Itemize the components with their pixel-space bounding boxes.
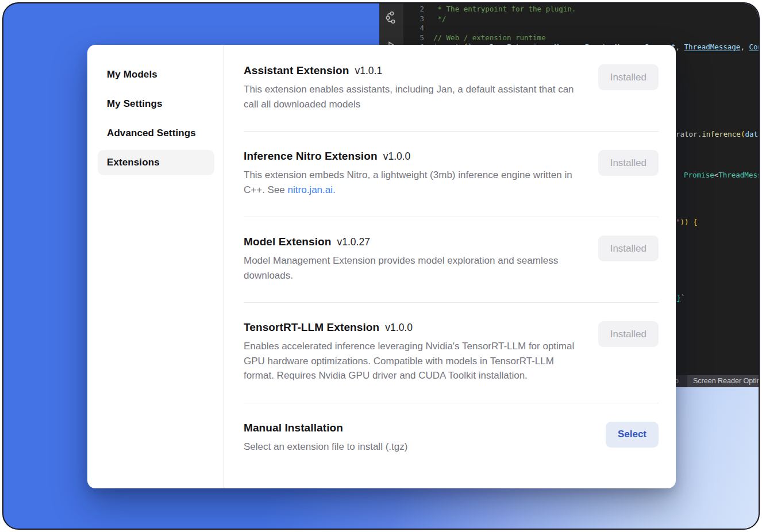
description-text: Model Management Extension provides mode… [244, 255, 558, 281]
extension-info: Assistant Extensionv1.0.1This extension … [244, 64, 580, 111]
extension-description: Enables accelerated inference leveraging… [244, 339, 580, 383]
description-text: Select an extension file to install (.tg… [244, 441, 407, 452]
sidebar-item-label: My Settings [107, 98, 163, 110]
extension-info: Manual InstallationSelect an extension f… [244, 422, 407, 454]
code-token: " [676, 218, 680, 226]
extension-version: v1.0.1 [355, 65, 383, 76]
extension-row: Inference Nitro Extensionv1.0.0This exte… [244, 132, 659, 217]
extension-info: Inference Nitro Extensionv1.0.0This exte… [244, 150, 580, 197]
screen-reader-status-item: Screen Reader Optimized [687, 375, 759, 387]
extension-row: Manual InstallationSelect an extension f… [244, 403, 659, 474]
extension-link[interactable]: nitro.jan.ai. [288, 184, 336, 195]
extension-row: Assistant Extensionv1.0.1This extension … [244, 64, 659, 131]
code-token: ThreadMessage [684, 43, 741, 51]
installed-status-button[interactable]: Installed [598, 150, 659, 176]
extension-info: Model Extensionv1.0.27Model Management E… [244, 236, 580, 283]
extension-name: Model Extension [244, 236, 331, 248]
code-fragment: rator.inference(data)); [676, 130, 759, 140]
sidebar-item-my-settings[interactable]: My Settings [98, 91, 214, 117]
extension-version: v1.0.27 [337, 236, 370, 248]
code-line: 4 [379, 24, 759, 33]
extension-title-row: Assistant Extensionv1.0.1 [244, 64, 580, 77]
code-token: )) [680, 218, 694, 226]
line-number: 3 [379, 14, 433, 24]
extension-name: Manual Installation [244, 422, 343, 434]
extension-description: Select an extension file to install (.tg… [244, 440, 407, 454]
extension-description: This extension enables assistants, inclu… [244, 82, 580, 111]
settings-modal: My ModelsMy SettingsAdvanced SettingsExt… [87, 45, 676, 488]
sidebar-item-extensions[interactable]: Extensions [98, 150, 214, 175]
screenshot-frame: 2 * The entrypoint for the plugin.3 */45… [0, 0, 762, 532]
code-line: 5// Web / extension runtime [379, 33, 759, 43]
extension-name: Assistant Extension [244, 64, 349, 76]
settings-sidebar: My ModelsMy SettingsAdvanced SettingsExt… [87, 45, 224, 488]
sidebar-item-my-models[interactable]: My Models [98, 62, 214, 87]
sidebar-item-label: Advanced Settings [107, 128, 196, 139]
extension-version: v1.0.0 [385, 322, 413, 333]
code-token: rator. [676, 130, 702, 138]
sidebar-item-label: Extensions [107, 157, 160, 168]
extension-row: TensortRT-LLM Extensionv1.0.0Enables acc… [244, 303, 659, 403]
installed-status-button[interactable]: Installed [598, 236, 659, 261]
code-token: , [676, 43, 684, 51]
line-number: 5 [379, 33, 433, 43]
extension-info: TensortRT-LLM Extensionv1.0.0Enables acc… [244, 321, 580, 383]
extension-title-row: Inference Nitro Extensionv1.0.0 [244, 150, 580, 163]
code-token: // Web / extension runtime [433, 33, 546, 42]
code-fragment: Promise<ThreadMessage> [684, 171, 759, 180]
code-token: ThreadMessage [718, 171, 759, 179]
extension-row: Model Extensionv1.0.27Model Management E… [244, 217, 659, 302]
extension-description: This extension embeds Nitro, a lightweig… [244, 168, 580, 197]
code-token: Promise [684, 171, 714, 179]
extension-title-row: TensortRT-LLM Extensionv1.0.0 [244, 321, 580, 334]
installed-status-button[interactable]: Installed [598, 64, 659, 90]
code-token: data [745, 130, 759, 138]
code-token: */ [433, 14, 447, 23]
line-number: 4 [379, 24, 433, 33]
installed-status-button[interactable]: Installed [598, 321, 659, 347]
sidebar-item-label: My Models [107, 69, 157, 80]
extension-title-row: Manual Installation [244, 422, 407, 434]
sidebar-item-advanced-settings[interactable]: Advanced Settings [98, 121, 214, 146]
extension-version: v1.0.0 [383, 151, 411, 162]
background-gradient: 2 * The entrypoint for the plugin.3 */45… [2, 2, 760, 530]
code-line: 2 * The entrypoint for the plugin. [379, 5, 759, 14]
description-text: This extension enables assistants, inclu… [244, 84, 574, 110]
code-token: , [740, 43, 749, 51]
code-token: { [693, 218, 698, 226]
code-token: ` [681, 294, 686, 302]
code-token: * The entrypoint for the plugin. [433, 5, 576, 13]
extension-name: TensortRT-LLM Extension [244, 321, 379, 333]
extension-description: Model Management Extension provides mode… [244, 253, 580, 283]
line-number: 2 [379, 5, 433, 14]
code-token: ContentType [749, 43, 759, 51]
description-text: Enables accelerated inference leveraging… [244, 341, 574, 381]
extension-title-row: Model Extensionv1.0.27 [244, 236, 580, 248]
code-token: inference [702, 130, 741, 138]
select-file-button[interactable]: Select [606, 422, 659, 448]
extension-name: Inference Nitro Extension [244, 150, 378, 162]
code-fragment: ")) { [676, 218, 698, 228]
code-line: 3 */ [379, 14, 759, 24]
extensions-panel: Assistant Extensionv1.0.1This extension … [224, 45, 676, 488]
